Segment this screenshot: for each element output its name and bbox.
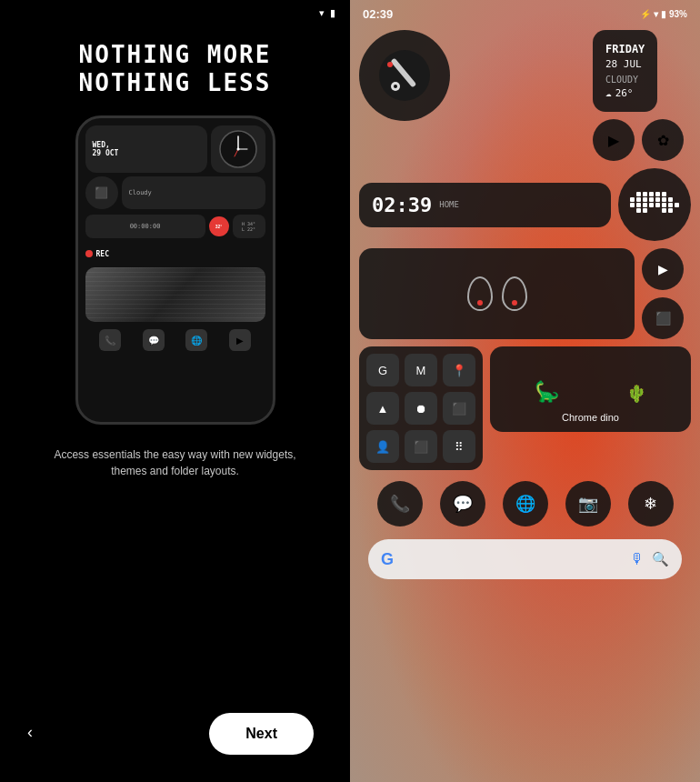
right-panel: 02:39 ⚡ ▾ ▮ 93% bbox=[350, 0, 700, 782]
cactus-character: 🌵 bbox=[626, 384, 646, 403]
phone-date-line2: 29 OCT bbox=[93, 149, 200, 157]
home-label: HOME bbox=[439, 200, 459, 209]
earbuds-inner bbox=[467, 276, 527, 311]
battery-icon: ▮ bbox=[330, 7, 335, 19]
dock-chrome-icon[interactable]: 🌐 bbox=[503, 481, 548, 526]
dock-phone-icon[interactable]: 📞 bbox=[377, 481, 423, 526]
weather-condition: CLOUDY bbox=[605, 73, 645, 86]
phone-rec-row: REC bbox=[85, 244, 265, 264]
weather-cloud-icon: ☁ bbox=[605, 86, 612, 102]
screwdriver-circle bbox=[359, 30, 450, 121]
rec-label: REC bbox=[96, 250, 109, 258]
battery-right: 93% bbox=[669, 9, 687, 19]
weather-widget: FRIDAY 28 JUL CLOUDY ☁ 26° bbox=[593, 30, 657, 112]
dots-widget bbox=[618, 168, 691, 241]
chrome-dino-widget: 🦕 🌵 Chrome dino bbox=[490, 346, 691, 432]
svg-point-4 bbox=[236, 148, 239, 151]
screwdriver-icon bbox=[377, 48, 432, 103]
top-row: FRIDAY 28 JUL CLOUDY ☁ 26° ▶ ✿ bbox=[359, 30, 691, 161]
app-triangle[interactable]: ▲ bbox=[366, 392, 399, 425]
phone-date-line1: WED, bbox=[93, 141, 200, 149]
second-row: 02:39 HOME bbox=[359, 168, 691, 241]
phone-timer-widget: 00:00:00 bbox=[85, 215, 205, 238]
left-status-bar: ▾ ▮ bbox=[0, 0, 350, 23]
app-swap[interactable]: ⬛ bbox=[405, 430, 437, 463]
third-row: ▶ ⬛ bbox=[359, 248, 691, 339]
phone-row-weather: ⬛ Cloudy bbox=[85, 176, 265, 209]
phone-image-inner bbox=[85, 267, 265, 322]
phone-weather-label: Cloudy bbox=[129, 189, 152, 196]
fourth-row: G M 📍 ▲ ⏺ ⬛ 👤 ⬛ ⠿ 🦕 🌵 Chrome dino bbox=[359, 346, 691, 470]
dock-fan-icon[interactable]: ❄ bbox=[628, 481, 674, 526]
description-text: Access essentials the easy way with new … bbox=[0, 446, 350, 479]
app-gmail[interactable]: M bbox=[405, 354, 437, 386]
phone-timer-text: 00:00:00 bbox=[130, 223, 161, 230]
phone-dock-youtube: ▶ bbox=[229, 329, 251, 351]
app-google[interactable]: G bbox=[366, 354, 399, 386]
phone-weather-icon: ⬛ bbox=[85, 176, 118, 209]
phone-weather-text: Cloudy bbox=[122, 176, 265, 209]
phone-hl-widget: H 34° L 22° bbox=[233, 215, 265, 238]
phone-dock-phone: 📞 bbox=[99, 329, 121, 351]
phone-hl-text: H 34° L 22° bbox=[242, 221, 255, 233]
back-arrow[interactable]: ‹ bbox=[27, 723, 33, 742]
earbud-left bbox=[467, 276, 493, 311]
wifi-icon: ▾ bbox=[319, 7, 325, 19]
microphone-icon[interactable]: 🎙 bbox=[630, 551, 645, 567]
phone-dock: 📞 💬 🌐 ▶ bbox=[85, 326, 265, 355]
phone-image-lines bbox=[85, 267, 265, 322]
play-store-icon-btn[interactable]: ▶ bbox=[593, 119, 635, 161]
phone-row-timer: 00:00:00 32° H 34° L 22° bbox=[85, 213, 265, 240]
headline: NOTHING MORE NOTHING LESS bbox=[61, 41, 290, 97]
chrome-dino-label: Chrome dino bbox=[501, 412, 680, 423]
app-dots[interactable]: ⠿ bbox=[443, 430, 475, 463]
analog-clock-svg bbox=[218, 129, 258, 169]
dino-character: 🦕 bbox=[535, 380, 559, 403]
signal-icon: ▮ bbox=[661, 9, 666, 19]
app-maps[interactable]: 📍 bbox=[443, 354, 475, 386]
top-right-col: FRIDAY 28 JUL CLOUDY ☁ 26° ▶ ✿ bbox=[593, 30, 684, 161]
weather-date: 28 JUL bbox=[605, 57, 645, 73]
rec-dot bbox=[85, 250, 93, 257]
search-bar-row: G 🎙 🔍 bbox=[359, 539, 691, 579]
next-button[interactable]: Next bbox=[209, 713, 314, 755]
dots-grid bbox=[630, 192, 680, 218]
phone-date-widget: WED, 29 OCT bbox=[85, 125, 207, 173]
phone-clock-widget bbox=[211, 125, 265, 173]
right-time: 02:39 bbox=[363, 7, 393, 21]
dock-row: 📞 💬 🌐 📷 ❄ bbox=[359, 477, 691, 530]
google-g-logo: G bbox=[381, 550, 394, 569]
earbuds-widget bbox=[359, 248, 635, 339]
flower-icon-btn[interactable]: ✿ bbox=[642, 119, 684, 161]
app-person[interactable]: 👤 bbox=[366, 430, 399, 463]
wifi-icon-right: ▾ bbox=[654, 9, 658, 19]
phone-dock-chrome: 🌐 bbox=[185, 329, 207, 351]
phone-mockup: WED, 29 OCT ⬛ Cloudy bbox=[75, 115, 275, 425]
phone-temp-badge: 32° bbox=[209, 216, 229, 236]
search-bar[interactable]: G 🎙 🔍 bbox=[368, 539, 682, 579]
app-square[interactable]: ⬛ bbox=[443, 392, 475, 425]
right-content: FRIDAY 28 JUL CLOUDY ☁ 26° ▶ ✿ 02:39 HOM… bbox=[350, 25, 700, 585]
weather-day: FRIDAY bbox=[605, 41, 645, 57]
phone-temp-text: 32° bbox=[215, 224, 223, 229]
dock-messages-icon[interactable]: 💬 bbox=[440, 481, 485, 526]
right-status-icons: ⚡ ▾ ▮ 93% bbox=[640, 9, 687, 19]
phone-image-widget bbox=[85, 267, 265, 322]
bluetooth-icon: ⚡ bbox=[640, 9, 651, 19]
dock-camera-icon[interactable]: 📷 bbox=[565, 481, 611, 526]
right-status-bar: 02:39 ⚡ ▾ ▮ 93% bbox=[350, 0, 700, 25]
left-panel: ▾ ▮ NOTHING MORE NOTHING LESS WED, 29 OC… bbox=[0, 0, 350, 782]
google-lens-icon[interactable]: 🔍 bbox=[652, 551, 669, 567]
weather-temp: 26° bbox=[615, 86, 634, 102]
headline-line1: NOTHING MORE bbox=[79, 41, 272, 69]
app-circle[interactable]: ⏺ bbox=[405, 392, 437, 425]
clock-widget-home: 02:39 HOME bbox=[359, 183, 611, 227]
top-left-col bbox=[359, 30, 585, 121]
apps-grid-widget: G M 📍 ▲ ⏺ ⬛ 👤 ⬛ ⠿ bbox=[359, 346, 483, 470]
headline-line2: NOTHING LESS bbox=[79, 69, 272, 97]
youtube-icon-btn[interactable]: ▶ bbox=[642, 248, 684, 290]
svg-point-9 bbox=[387, 62, 393, 67]
svg-point-8 bbox=[394, 85, 397, 88]
camera-icon-btn[interactable]: ⬛ bbox=[642, 297, 684, 339]
earbud-right bbox=[502, 276, 527, 311]
